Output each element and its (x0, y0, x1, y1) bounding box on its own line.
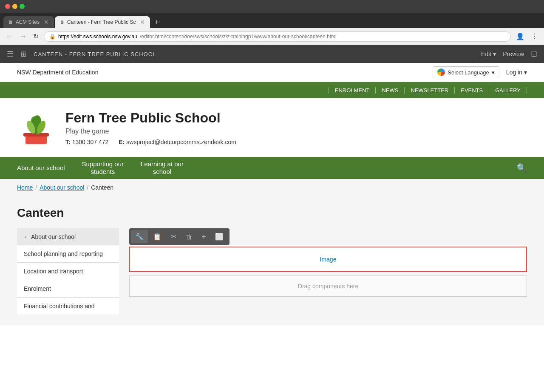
top-nav-events[interactable]: EVENTS (455, 87, 489, 94)
tab-file-icon: 🗎 (8, 20, 13, 25)
sidebar-item-enrolment[interactable]: Enrolment (17, 280, 119, 298)
toolbar-add-button[interactable]: + (198, 230, 210, 243)
toolbar-icons: 👤 ⋮ (514, 31, 540, 42)
select-language-label: Select Language (448, 69, 489, 76)
google-icon (437, 68, 445, 76)
breadcrumb-current: Canteen (91, 184, 113, 191)
sidebar-item-school-planning[interactable]: School planning and reporting (17, 245, 119, 263)
address-bar: ← → ↻ 🔒 https://edit.sws.schools.nsw.gov… (0, 28, 544, 45)
edit-button[interactable]: Edit ▾ (481, 51, 496, 57)
sliders-icon[interactable]: ⊞ (20, 49, 27, 59)
profile-button[interactable]: 👤 (514, 31, 526, 42)
login-label: Log in (506, 69, 522, 76)
school-contact: T: 1300 307 472 E: swsproject@detcorpcom… (65, 139, 236, 145)
top-nav: ENROLMENT NEWS NEWSLETTER EVENTS GALLERY (0, 82, 544, 98)
sidebar-item-location-transport[interactable]: Location and transport (17, 263, 119, 280)
aem-topbar-left: ☰ ⊞ CANTEEN - FERN TREE PUBLIC SCHOOL (7, 49, 156, 59)
drag-components-area[interactable]: Drag components here (129, 276, 527, 297)
top-nav-enrolment[interactable]: ENROLMENT (329, 87, 376, 94)
lock-icon: 🔒 (49, 34, 56, 40)
breadcrumb-about[interactable]: About our school (40, 184, 84, 191)
sidebar-item-financial[interactable]: Financial contributions and (17, 298, 119, 315)
address-domain: https://edit.sws.schools.nsw.gov.au (58, 34, 137, 40)
page-title: Canteen (17, 206, 527, 220)
login-chevron-icon: ▾ (524, 69, 527, 76)
tab-aem-sites[interactable]: 🗎 AEM Sites ✕ (3, 16, 54, 28)
content-layout: ← About our school School planning and r… (17, 228, 527, 315)
edit-label: Edit (481, 51, 491, 57)
search-icon[interactable]: 🔍 (516, 163, 527, 173)
breadcrumb-sep-1: / (35, 184, 37, 191)
preview-label: Preview (503, 51, 524, 57)
maximize-dot[interactable] (20, 4, 25, 9)
school-name: Fern Tree Public School (65, 110, 236, 126)
address-input[interactable]: 🔒 https://edit.sws.schools.nsw.gov.au/ed… (44, 31, 511, 42)
main-nav-items: About our school Supporting ourstudents … (17, 160, 184, 176)
email-value: swsproject@detcorpcomms.zendesk.com (126, 139, 236, 145)
aem-topbar-title: CANTEEN - FERN TREE PUBLIC SCHOOL (34, 51, 156, 57)
school-tagline: Play the game (65, 128, 236, 135)
nav-supporting-students[interactable]: Supporting ourstudents (82, 160, 124, 176)
site-header-left: NSW Department of Education (17, 69, 98, 76)
sidebar-toggle-icon[interactable]: ☰ (7, 49, 14, 59)
aem-topbar: ☰ ⊞ CANTEEN - FERN TREE PUBLIC SCHOOL Ed… (0, 45, 544, 63)
component-toolbar: 🔧 📋 ✂ 🗑 + ⬜ (129, 228, 230, 245)
tab-canteen-file-icon: 🗎 (60, 20, 65, 25)
minimize-dot[interactable] (12, 4, 17, 9)
browser-chrome (0, 0, 544, 13)
school-info: Fern Tree Public School Play the game T:… (65, 110, 236, 145)
back-button[interactable]: ← (4, 31, 14, 42)
tab-aem-label: AEM Sites (16, 19, 40, 25)
school-logo-svg (19, 108, 53, 147)
tab-aem-close[interactable]: ✕ (44, 19, 49, 26)
address-path: /editor.html/content/doe/sws/schools/z/z… (140, 34, 337, 40)
main-nav: About our school Supporting ourstudents … (0, 157, 544, 179)
drag-label: Drag components here (298, 283, 358, 290)
toolbar-copy-button[interactable]: 📋 (149, 230, 166, 243)
phone-label: T: (65, 139, 71, 145)
toolbar-delete-button[interactable]: 🗑 (181, 230, 197, 243)
image-component[interactable]: Image (129, 247, 527, 272)
refresh-button[interactable]: ↻ (31, 31, 40, 42)
login-button[interactable]: Log in ▾ (506, 69, 527, 76)
toolbar-cut-button[interactable]: ✂ (167, 230, 181, 243)
top-nav-gallery[interactable]: GALLERY (489, 87, 527, 94)
tab-canteen-close[interactable]: ✕ (140, 19, 145, 26)
select-language-button[interactable]: Select Language ▾ (433, 66, 499, 78)
forward-button[interactable]: → (18, 31, 28, 42)
school-logo (17, 108, 55, 147)
breadcrumb-sep-2: / (87, 184, 88, 191)
tab-bar: 🗎 AEM Sites ✕ 🗎 Canteen - Fern Tree Publ… (0, 13, 544, 28)
email-label: E: (119, 139, 125, 145)
breadcrumb: Home / About our school / Canteen (0, 179, 544, 196)
browser-dots (5, 4, 25, 9)
more-options-button[interactable]: ⋮ (530, 31, 540, 42)
tab-canteen[interactable]: 🗎 Canteen - Fern Tree Public Sc ✕ (55, 16, 150, 28)
tab-canteen-label: Canteen - Fern Tree Public Sc (67, 19, 136, 25)
nav-about-our-school[interactable]: About our school (17, 164, 65, 172)
sidebar-back-button[interactable]: ← About our school (17, 228, 119, 245)
nav-learning-at-school[interactable]: Learning at ourschool (141, 160, 184, 176)
new-tab-button[interactable]: + (151, 16, 162, 28)
language-chevron-icon: ▾ (492, 69, 495, 76)
edit-chevron-icon: ▾ (493, 51, 496, 57)
site-header: NSW Department of Education Select Langu… (0, 63, 544, 82)
toolbar-panel-button[interactable]: ⬜ (211, 230, 228, 243)
preview-button[interactable]: Preview (503, 51, 524, 57)
aem-topbar-right: Edit ▾ Preview ⊡ (481, 49, 537, 59)
phone-value: 1300 307 472 (72, 139, 109, 145)
email-contact: E: swsproject@detcorpcomms.zendesk.com (119, 139, 236, 145)
page-content: Canteen ← About our school School planni… (0, 196, 544, 325)
dept-name: NSW Department of Education (17, 69, 98, 76)
site-header-right: Select Language ▾ Log in ▾ (433, 66, 527, 78)
sidebar: ← About our school School planning and r… (17, 228, 119, 315)
fullscreen-icon[interactable]: ⊡ (531, 49, 537, 59)
close-dot[interactable] (5, 4, 10, 9)
school-identity: Fern Tree Public School Play the game T:… (0, 98, 544, 157)
top-nav-newsletter[interactable]: NEWSLETTER (405, 87, 455, 94)
main-editing-area: 🔧 📋 ✂ 🗑 + ⬜ Image Drag components here (129, 228, 527, 315)
top-nav-news[interactable]: NEWS (376, 87, 405, 94)
toolbar-configure-button[interactable]: 🔧 (131, 230, 148, 243)
breadcrumb-home[interactable]: Home (17, 184, 33, 191)
phone-contact: T: 1300 307 472 (65, 139, 108, 145)
